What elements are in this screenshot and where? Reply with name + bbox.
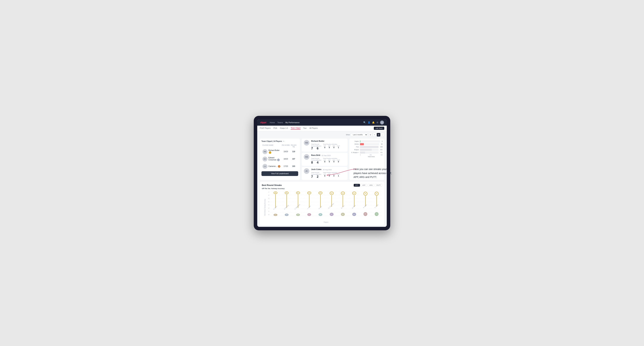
subnav-pga[interactable]: PGA bbox=[273, 127, 277, 130]
coles-putt: 1 bbox=[337, 175, 340, 177]
section-title: Best Round Streaks bbox=[262, 184, 282, 186]
edit-icon[interactable]: ✏ bbox=[283, 140, 284, 142]
player-avg-2: 107 bbox=[290, 158, 297, 160]
subnav: PGAT Players PGA Hcaps 1-5 Team Clippd T… bbox=[257, 126, 387, 131]
table-row[interactable]: EC Edward Crossman 2 18/20 107 bbox=[262, 156, 298, 163]
streak-col-coles: 5x J. Coles JC bbox=[304, 191, 315, 216]
streak-avatar-mcherg: BM bbox=[285, 213, 288, 216]
time-filter-dropdown[interactable]: Last 3 months Last 6 months Last 12 mont… bbox=[351, 133, 368, 136]
pc-info-butler: Richard Butler Total Rounds Tournament bbox=[311, 140, 346, 150]
streak-col-crossman: 4x E. Crossman EC bbox=[326, 191, 337, 216]
search-icon[interactable]: 🔍 bbox=[363, 121, 366, 124]
player-score-1: 19/20 bbox=[282, 151, 290, 153]
player-card-coles: JC Josh Coles 26 Aug 2023 Total Rounds bbox=[302, 167, 348, 180]
subnav-all-players[interactable]: All Players bbox=[310, 127, 318, 130]
users-icon[interactable]: 👤 bbox=[368, 121, 370, 124]
team-panel: Team Clippd | 14 Players ✏ PLAYER NAME P… bbox=[260, 139, 300, 180]
subnav-pgat[interactable]: PGAT Players bbox=[260, 127, 270, 130]
streak-avatar-billingham: DB bbox=[296, 213, 300, 216]
streak-label-crossman: E. Crossman bbox=[328, 203, 334, 209]
card-view-button[interactable]: ▤ bbox=[377, 133, 380, 137]
bar-dbogeys bbox=[360, 152, 365, 154]
player-score-3: 17/20 bbox=[282, 165, 290, 167]
streak-col-quick: 3x C. Quick CQ bbox=[371, 191, 382, 216]
table-row[interactable]: RB Richard Butler 1 19/20 110 bbox=[262, 148, 298, 155]
annotation-text: Here you can see streaks your players ha… bbox=[354, 167, 392, 179]
annotation: Here you can see streaks your players ha… bbox=[354, 167, 392, 179]
chart-row-dbogeys: D. Bogeys + 131 bbox=[351, 152, 382, 154]
pc-name-britt: Rees Britt bbox=[311, 154, 320, 156]
streak-col-ford: 4x B. Ford BF bbox=[337, 191, 348, 216]
pc-info-britt: Rees Britt 02 Sep 2023 Total Rounds Tour… bbox=[311, 154, 346, 165]
streak-badge-crossman: 4x bbox=[330, 191, 334, 195]
subnav-team-clippd[interactable]: Team Clippd bbox=[291, 127, 300, 130]
metric-tabs: OTT APP ARG PUTT bbox=[354, 184, 382, 187]
bar-pars bbox=[360, 146, 378, 148]
list-view-button[interactable]: ≡ bbox=[373, 133, 376, 137]
pc-info-coles: Josh Coles 26 Aug 2023 Total Rounds Tour… bbox=[311, 168, 346, 178]
settings-icon[interactable]: ⚙ bbox=[376, 121, 378, 124]
streak-col-ewert: 7x E. Ewert EE bbox=[270, 191, 281, 216]
streak-col-miller: 4x M. Miller MM bbox=[348, 191, 360, 216]
metric-tab-putt[interactable]: PUTT bbox=[375, 184, 382, 187]
streak-avatar-crossman: EC bbox=[330, 213, 334, 216]
coles-tournament: 7 bbox=[311, 175, 315, 178]
chart-row-birdies: Birdies 96 bbox=[351, 143, 382, 145]
add-team-button[interactable]: Add Team bbox=[374, 127, 384, 130]
player-card-britt: RB Rees Britt 02 Sep 2023 Total Rounds bbox=[302, 153, 348, 166]
chart-x-title: Total Shots bbox=[351, 156, 382, 158]
streak-badge-quick: 3x bbox=[375, 192, 378, 195]
avatar[interactable]: U bbox=[380, 121, 384, 124]
britt-putt: 0 bbox=[337, 161, 340, 163]
streak-line-ford bbox=[343, 195, 343, 207]
butler-tournament: 7 bbox=[311, 147, 315, 150]
streak-avatar-butler: RB bbox=[364, 212, 367, 216]
subnav-tour[interactable]: Tour bbox=[303, 127, 306, 130]
britt-app: 0 bbox=[328, 161, 331, 163]
pc-name-butler: Richard Butler bbox=[311, 140, 324, 142]
pc-date-coles: 26 Aug 2023 bbox=[323, 169, 332, 171]
butler-app: 0 bbox=[328, 147, 331, 149]
chart-row-eagles: Eagles 3 bbox=[351, 140, 382, 142]
butler-putt: 1 bbox=[337, 147, 340, 149]
metric-tab-app[interactable]: APP bbox=[361, 184, 367, 187]
show-label: Show bbox=[346, 134, 350, 136]
practice-activities-label: Total Practice Activities bbox=[323, 144, 340, 145]
player-name-2: Edward Crossman 2 bbox=[268, 157, 282, 161]
streak-avatar-quick: CQ bbox=[375, 212, 378, 216]
streak-avatar-ford: BF bbox=[341, 213, 345, 216]
britt-practice: 4 bbox=[317, 161, 320, 165]
rank-badge-1: 1 bbox=[269, 151, 271, 154]
player-score-2: 18/20 bbox=[282, 158, 290, 160]
x-axis-label: Players bbox=[270, 221, 382, 223]
nav-teams[interactable]: Teams bbox=[278, 121, 283, 124]
export-button[interactable]: ↓ bbox=[381, 133, 384, 137]
pc-name-coles: Josh Coles bbox=[311, 168, 322, 170]
coles-ott: 0 bbox=[323, 175, 326, 177]
streak-badge-ford: 4x bbox=[341, 191, 345, 195]
metric-tab-ott[interactable]: OTT bbox=[354, 184, 360, 187]
nav-my-performance[interactable]: My Performance bbox=[286, 121, 300, 124]
chart-row-bogeys: Bogeys 311 bbox=[351, 149, 382, 151]
streak-badge-butler: 3x bbox=[364, 192, 367, 195]
leaderboard-button[interactable]: View Full Leaderboard bbox=[262, 171, 298, 176]
chart-x-axis: 0 200 400 bbox=[351, 154, 382, 156]
streak-badge-billingham: 6x bbox=[296, 191, 300, 194]
players-panel: RB Richard Butler Total Rounds bbox=[302, 139, 348, 180]
nav-home[interactable]: Home bbox=[270, 121, 275, 124]
subnav-hcaps[interactable]: Hcaps 1-5 bbox=[280, 127, 288, 130]
butler-ott: 0 bbox=[323, 147, 326, 149]
grid-view-button[interactable]: ⊞ bbox=[369, 133, 372, 137]
streak-badge-britt: 5x bbox=[318, 191, 322, 194]
player-info-1: Richard Butler 1 bbox=[268, 149, 282, 154]
bell-icon[interactable]: 🔔 bbox=[372, 121, 375, 124]
pc-avatar-coles: JC bbox=[304, 168, 310, 174]
streak-line-coles bbox=[309, 195, 310, 207]
navbar: clippd Home Teams My Performance 🔍 👤 🔔 ⚙… bbox=[257, 119, 387, 126]
table-row[interactable]: CA Cameron... 3 17/20 103 bbox=[262, 163, 298, 170]
y-axis-labels: 0 1 2 3 4 5 6 7 bbox=[262, 191, 270, 216]
chart-row-pars: Pars 499 bbox=[351, 146, 382, 148]
streak-badge-miller: 4x bbox=[352, 191, 356, 195]
streak-label-billingham: D. Billingham bbox=[294, 204, 300, 209]
metric-tab-arg[interactable]: ARG bbox=[368, 184, 374, 187]
